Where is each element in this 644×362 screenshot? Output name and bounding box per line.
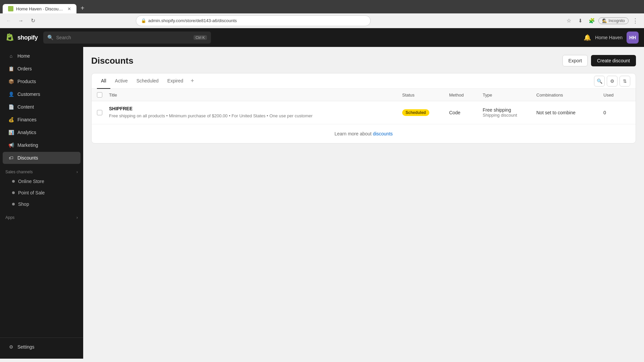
row-status-cell: Scheduled bbox=[402, 109, 449, 116]
analytics-icon: 📊 bbox=[8, 129, 14, 135]
table-row[interactable]: SHIPFREE Free shipping on all products •… bbox=[92, 101, 636, 124]
forward-button[interactable]: → bbox=[16, 16, 25, 25]
discount-description: Free shipping on all products • Minimum … bbox=[109, 113, 402, 119]
apps-section[interactable]: Apps › bbox=[0, 213, 83, 221]
customers-icon: 👤 bbox=[8, 91, 14, 97]
new-tab-button[interactable]: + bbox=[78, 3, 87, 13]
search-filter-button[interactable]: 🔍 bbox=[594, 76, 605, 86]
tab-close-icon[interactable]: ✕ bbox=[67, 6, 71, 11]
download-icon[interactable]: ⬇ bbox=[576, 16, 585, 25]
sidebar-item-orders[interactable]: 📋 Orders bbox=[3, 63, 80, 75]
store-name-label: Home Haven bbox=[595, 35, 623, 40]
status-badge: Scheduled bbox=[402, 109, 429, 116]
col-status: Status bbox=[402, 93, 449, 98]
select-all-checkbox[interactable] bbox=[97, 92, 109, 98]
notification-button[interactable]: 🔔 bbox=[584, 34, 591, 41]
sidebar-item-label: Products bbox=[17, 79, 36, 84]
shopify-logo-mark bbox=[5, 33, 15, 42]
page-actions: Export Create discount bbox=[562, 55, 636, 66]
sidebar-item-label: Customers bbox=[17, 92, 40, 97]
sidebar-item-shop[interactable]: Shop bbox=[3, 199, 80, 209]
sort-icon: ⇅ bbox=[623, 78, 627, 84]
col-method: Method bbox=[449, 93, 483, 98]
tab-all[interactable]: All bbox=[97, 73, 110, 89]
sidebar-item-label: Settings bbox=[17, 344, 35, 350]
sales-channels-section[interactable]: Sales channels › bbox=[0, 167, 83, 176]
menu-button[interactable]: ⋮ bbox=[631, 16, 640, 25]
finances-icon: 💰 bbox=[8, 117, 14, 123]
sidebar-item-home[interactable]: ⌂ Home bbox=[3, 50, 80, 62]
sidebar-item-label: Discounts bbox=[17, 155, 38, 161]
search-icon: 🔍 bbox=[597, 78, 602, 84]
address-bar[interactable]: 🔒 admin.shopify.com/store/de8143-a6/disc… bbox=[136, 15, 371, 26]
tabs-row: All Active Scheduled Expired + 🔍 ⚙ ⇅ bbox=[92, 73, 636, 89]
sidebar-item-point-of-sale[interactable]: Point of Sale bbox=[3, 187, 80, 198]
extensions-icon[interactable]: 🧩 bbox=[587, 16, 596, 25]
home-icon: ⌂ bbox=[8, 53, 14, 59]
sidebar-item-online-store[interactable]: Online Store bbox=[3, 176, 80, 187]
col-combinations: Combinations bbox=[536, 93, 603, 98]
export-button[interactable]: Export bbox=[562, 55, 587, 66]
sidebar-item-content[interactable]: 📄 Content bbox=[3, 101, 80, 113]
learn-more-text: Learn more about bbox=[334, 131, 373, 136]
sidebar-item-marketing[interactable]: 📢 Marketing bbox=[3, 139, 80, 151]
row-title-cell: SHIPFREE Free shipping on all products •… bbox=[109, 106, 402, 119]
add-tab-button[interactable]: + bbox=[188, 74, 197, 88]
products-icon: 📦 bbox=[8, 78, 14, 84]
shop-icon bbox=[12, 203, 15, 205]
reload-button[interactable]: ↻ bbox=[28, 16, 38, 25]
filter-icon: ⚙ bbox=[610, 78, 614, 84]
browser-tab[interactable]: Home Haven · Discounts · Shop ✕ bbox=[3, 4, 76, 13]
tab-title: Home Haven · Discounts · Shop bbox=[16, 6, 63, 11]
tab-favicon bbox=[8, 6, 13, 11]
tab-active[interactable]: Active bbox=[111, 73, 132, 89]
back-button[interactable]: ← bbox=[4, 16, 13, 25]
create-discount-button[interactable]: Create discount bbox=[591, 55, 636, 66]
sidebar-item-discounts[interactable]: 🏷 Discounts bbox=[3, 152, 80, 164]
sidebar-item-label: Orders bbox=[17, 66, 32, 71]
tab-actions: 🔍 ⚙ ⇅ bbox=[594, 76, 630, 86]
bookmark-icon[interactable]: ☆ bbox=[564, 16, 574, 25]
header-actions: 🔔 Home Haven HH bbox=[584, 32, 639, 44]
search-placeholder-text: Search bbox=[56, 35, 71, 40]
incognito-icon: 🕵 bbox=[602, 18, 607, 23]
sales-channels-label: Sales channels bbox=[5, 170, 33, 174]
discounts-learn-more-link[interactable]: discounts bbox=[373, 131, 393, 136]
row-checkbox[interactable] bbox=[97, 110, 109, 115]
content-area: Discounts Export Create discount All Act… bbox=[83, 47, 644, 359]
orders-icon: 📋 bbox=[8, 66, 14, 72]
shopify-logo: shopify bbox=[5, 33, 38, 42]
sidebar-item-customers[interactable]: 👤 Customers bbox=[3, 88, 80, 100]
apps-label: Apps bbox=[5, 215, 14, 220]
marketing-icon: 📢 bbox=[8, 142, 14, 148]
apps-expand-icon: › bbox=[76, 215, 78, 220]
sort-button[interactable]: ⇅ bbox=[620, 76, 630, 86]
search-shortcut-badge: Ctrl K bbox=[194, 35, 207, 40]
sidebar-sub-item-label: Online Store bbox=[18, 179, 44, 184]
discounts-icon: 🏷 bbox=[8, 155, 14, 161]
sidebar-item-label: Content bbox=[17, 104, 34, 110]
tab-scheduled[interactable]: Scheduled bbox=[132, 73, 163, 89]
pos-icon bbox=[12, 191, 15, 194]
col-used: Used bbox=[603, 93, 630, 98]
sidebar-item-settings[interactable]: ⚙ Settings bbox=[3, 341, 80, 353]
shopify-header: shopify 🔍 Search Ctrl K 🔔 Home Haven HH bbox=[0, 28, 644, 47]
sidebar: ⌂ Home 📋 Orders 📦 Products 👤 Customers 📄… bbox=[0, 47, 83, 359]
store-avatar[interactable]: HH bbox=[627, 32, 639, 44]
sidebar-item-finances[interactable]: 💰 Finances bbox=[3, 114, 80, 126]
sidebar-sub-item-label: Shop bbox=[18, 201, 29, 207]
incognito-label: Incognito bbox=[608, 18, 625, 23]
col-title: Title bbox=[109, 93, 402, 98]
sidebar-item-analytics[interactable]: 📊 Analytics bbox=[3, 126, 80, 138]
search-bar[interactable]: 🔍 Search Ctrl K bbox=[43, 32, 211, 44]
sidebar-item-label: Finances bbox=[17, 117, 37, 122]
page-title: Discounts bbox=[91, 56, 133, 66]
sidebar-item-products[interactable]: 📦 Products bbox=[3, 75, 80, 87]
tab-expired[interactable]: Expired bbox=[163, 73, 187, 89]
filter-button[interactable]: ⚙ bbox=[607, 76, 618, 86]
incognito-badge[interactable]: 🕵 Incognito bbox=[598, 17, 629, 24]
sidebar-item-label: Analytics bbox=[17, 130, 36, 135]
address-text: admin.shopify.com/store/de8143-a6/discou… bbox=[148, 18, 237, 23]
sidebar-item-label: Marketing bbox=[17, 142, 38, 148]
type-line1: Free shipping bbox=[483, 107, 536, 113]
